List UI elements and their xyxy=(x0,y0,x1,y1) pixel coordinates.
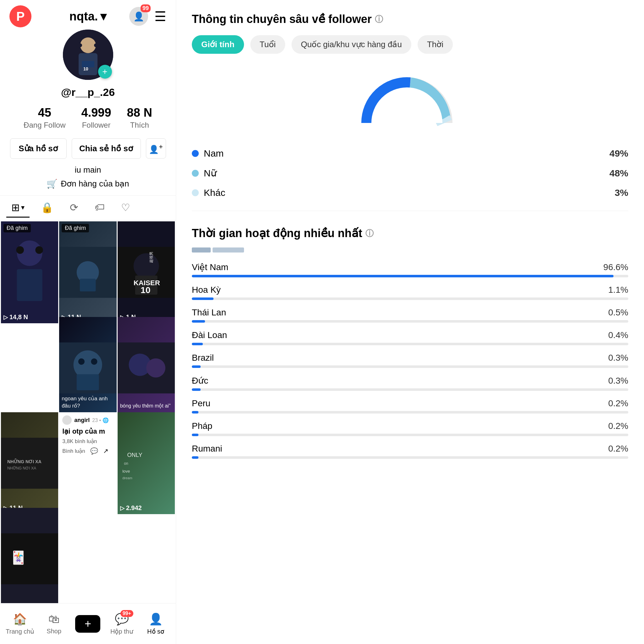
stat-likes[interactable]: 88 N Thích xyxy=(127,106,152,130)
svg-point-3 xyxy=(78,43,82,47)
country-row-fr: Pháp 0.2% xyxy=(192,421,628,436)
country-pct-de: 0.3% xyxy=(608,376,628,386)
comment-label[interactable]: Bình luận xyxy=(62,448,85,454)
add-friend-icon: 👤+ xyxy=(149,143,163,154)
avatar-add-button[interactable]: + xyxy=(98,65,112,79)
pinned-badge-1: Đã ghim xyxy=(3,224,31,232)
progress-bg-de xyxy=(192,388,628,391)
nav-home[interactable]: 🏠 Trang chủ xyxy=(3,613,37,635)
country-name-ro: Rumani xyxy=(192,444,222,454)
share-profile-button[interactable]: Chia sẻ hồ sơ xyxy=(72,138,141,159)
svg-text:love: love xyxy=(122,469,130,474)
country-name-vn: Việt Nam xyxy=(192,262,228,272)
edit-profile-button[interactable]: Sửa hồ sơ xyxy=(10,138,67,159)
country-row-ro: Rumani 0.2% xyxy=(192,444,628,459)
follower-label: Follower xyxy=(82,121,111,130)
progress-fill-th xyxy=(192,320,205,323)
progress-bg-vn xyxy=(192,275,628,277)
inbox-badge: 99+ xyxy=(120,610,133,617)
header-right-icons: 👤 99 ☰ xyxy=(129,7,166,26)
svg-rect-9 xyxy=(17,269,42,301)
country-header-us: Hoa Kỳ 1.1% xyxy=(192,285,628,295)
video-thumb-10[interactable]: 🃏 xyxy=(1,508,58,603)
video-thumb-2[interactable]: Đã ghim ▷ 11 N xyxy=(59,221,116,323)
notification-badge[interactable]: 👤 99 xyxy=(129,7,148,26)
country-name-br: Brazil xyxy=(192,353,214,363)
bio-text: iu main xyxy=(75,165,101,175)
shop-label: Shop xyxy=(47,628,61,635)
plus-icon: + xyxy=(85,617,91,630)
svg-point-4 xyxy=(94,43,98,47)
video-thumb-3[interactable]: KAISER 10 超視男 ▷ 1 N xyxy=(118,221,175,323)
gender-row-female: Nữ 48% xyxy=(192,168,628,179)
share-icon[interactable]: ↗ xyxy=(103,447,108,455)
video-thumb-8[interactable]: angirl 23 • 🌐 lại otp của m 3,8K bình lu… xyxy=(59,412,116,514)
country-header-br: Brazil 0.3% xyxy=(192,353,628,363)
tab-repost[interactable]: ⟳ xyxy=(65,198,83,218)
following-count: 45 xyxy=(38,106,51,119)
tab-liked[interactable]: ♡ xyxy=(116,198,135,218)
country-pct-br: 0.3% xyxy=(608,353,628,363)
video-thumb-1[interactable]: Đã ghim ▷ 14,8 N xyxy=(1,221,58,323)
nav-add[interactable]: + xyxy=(71,615,105,633)
country-pct-us: 1.1% xyxy=(608,285,628,295)
video-thumb-9[interactable]: ONLY on love dream ▷ 2.942 xyxy=(118,412,175,514)
profile-nav-label: Hồ sơ xyxy=(147,628,164,635)
country-pct-th: 0.5% xyxy=(608,308,628,318)
progress-bg-br xyxy=(192,365,628,368)
nav-inbox[interactable]: 💬 99+ Hộp thư xyxy=(105,613,139,635)
tab-private[interactable]: 🔒 xyxy=(36,198,58,218)
country-name-us: Hoa Kỳ xyxy=(192,285,221,295)
country-header-ro: Rumani 0.2% xyxy=(192,444,628,454)
country-row-vn: Việt Nam 96.6% xyxy=(192,262,628,277)
video-thumb-5[interactable]: bóng yêu thêm một ai" xyxy=(118,317,175,419)
stat-follower[interactable]: 4.999 Follower xyxy=(81,106,111,130)
shop-icon: 🛍 xyxy=(48,613,60,626)
video-thumb-7[interactable]: NHỮNG NƠI XA NHỮNG NƠI XA ▷ 11 N xyxy=(1,412,58,514)
donut-chart-container xyxy=(192,66,628,136)
tab-gender[interactable]: Giới tính xyxy=(192,35,244,54)
progress-fill-pe xyxy=(192,411,198,414)
follower-insights-title: Thông tin chuyên sâu về follower ⓘ xyxy=(192,13,628,26)
tab-tagged[interactable]: 🏷 xyxy=(90,198,110,217)
info-icon[interactable]: ⓘ xyxy=(375,14,383,25)
svg-point-28 xyxy=(146,358,165,377)
progress-bg-th xyxy=(192,320,628,323)
gender-stats: Nam 49% Nữ 48% Khác 3% xyxy=(192,148,628,211)
country-header-pe: Peru 0.2% xyxy=(192,398,628,408)
add-friend-button[interactable]: 👤+ xyxy=(146,138,166,158)
username-dropdown[interactable]: nqta. ▾ xyxy=(69,9,107,23)
messenger-icon[interactable]: 💬 xyxy=(90,447,98,455)
video-grid: Đã ghim ▷ 14,8 N Đã ghim ▷ 11 N xyxy=(0,220,176,603)
video-views-9: ▷ 2.942 xyxy=(120,504,142,512)
home-label: Trang chủ xyxy=(6,628,34,635)
progress-bg-fr xyxy=(192,434,628,436)
inbox-label: Hộp thư xyxy=(110,628,133,635)
nav-profile[interactable]: 👤 Hồ sơ xyxy=(139,613,173,635)
tab-videos[interactable]: ⊞ ▾ xyxy=(6,198,30,218)
tab-age[interactable]: Tuổi xyxy=(250,35,285,54)
video-thumb-4[interactable]: ngoan yêu của anhđâu rồ? xyxy=(59,317,116,419)
repost-text: lại otp của m xyxy=(62,427,113,436)
content-tab-bar: ⊞ ▾ 🔒 ⟳ 🏷 ♡ xyxy=(0,195,176,220)
tab-country[interactable]: Quốc gia/khu vực hàng đầu xyxy=(291,35,411,54)
play-icon: ▷ xyxy=(120,505,125,512)
avatar-wrapper: 10 + xyxy=(63,30,113,80)
country-row-de: Đức 0.3% xyxy=(192,375,628,391)
menu-icon[interactable]: ☰ xyxy=(154,9,166,24)
country-pct-pe: 0.2% xyxy=(608,398,628,408)
male-dot xyxy=(192,150,199,157)
progress-fill-ro xyxy=(192,456,198,459)
nav-shop[interactable]: 🛍 Shop xyxy=(37,613,71,635)
stat-following[interactable]: 45 Đang Follow xyxy=(24,106,65,130)
play-icon: ▷ xyxy=(3,314,8,321)
country-row-th: Thái Lan 0.5% xyxy=(192,308,628,323)
order-row[interactable]: 🛒 Đơn hàng của bạn xyxy=(47,179,129,189)
tab-time[interactable]: Thời xyxy=(418,35,453,54)
svg-rect-6 xyxy=(82,61,94,67)
chevron-down-icon[interactable]: ▾ xyxy=(100,9,106,23)
female-label: Nữ xyxy=(204,168,604,179)
activity-info-icon[interactable]: ⓘ xyxy=(365,228,374,239)
svg-rect-14 xyxy=(80,279,96,291)
add-content-button[interactable]: + xyxy=(75,615,100,633)
